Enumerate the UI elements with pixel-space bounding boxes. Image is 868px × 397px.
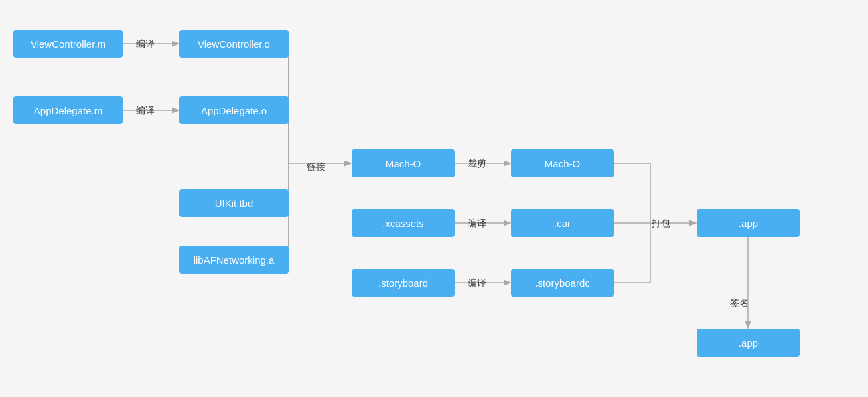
diagram-container: ViewController.m ViewController.o AppDel… — [0, 0, 868, 397]
node-xcassets: .xcassets — [352, 209, 455, 237]
node-viewcontroller-o: ViewController.o — [179, 30, 289, 58]
label-link: 链接 — [307, 161, 325, 173]
node-car: .car — [511, 209, 614, 237]
node-appdelegate-m: AppDelegate.m — [13, 96, 123, 124]
label-compile2: 编译 — [136, 105, 155, 117]
label-compile4: 编译 — [468, 278, 486, 289]
node-storyboard: .storyboard — [352, 269, 455, 297]
node-uikit-tbd: UIKit.tbd — [179, 189, 289, 217]
label-pack: 打包 — [652, 218, 670, 230]
label-compile1: 编译 — [136, 39, 155, 50]
node-appdelegate-o: AppDelegate.o — [179, 96, 289, 124]
node-libafnetworking-a: libAFNetworking.a — [179, 246, 289, 274]
node-storyboardc: .storyboardc — [511, 269, 614, 297]
label-compile3: 编译 — [468, 218, 486, 230]
label-sign: 签名 — [730, 297, 749, 309]
label-crop: 裁剪 — [468, 158, 486, 170]
node-macho2: Mach-O — [511, 149, 614, 177]
node-app2: .app — [697, 329, 800, 357]
node-app1: .app — [697, 209, 800, 237]
node-viewcontroller-m: ViewController.m — [13, 30, 123, 58]
node-macho1: Mach-O — [352, 149, 455, 177]
